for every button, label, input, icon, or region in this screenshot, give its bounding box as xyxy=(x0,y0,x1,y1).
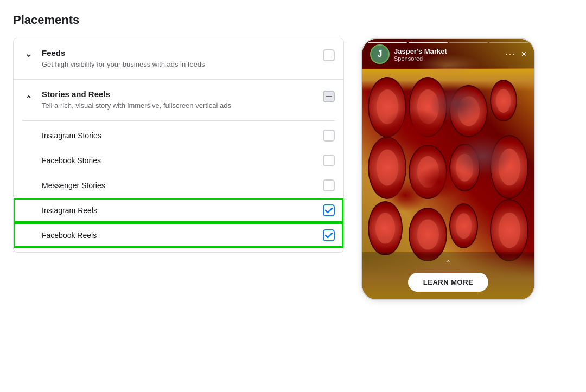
feeds-content: Feeds Get high visibility for your busin… xyxy=(42,48,316,69)
phone-sponsored: Sponsored xyxy=(394,55,505,62)
stories-reels-content: Stories and Reels Tell a rich, visual st… xyxy=(42,89,316,111)
facebook-reels-label: Facebook Reels xyxy=(42,231,316,240)
phone-bottom-bar: ⌃ LEARN MORE xyxy=(362,252,534,299)
feeds-toggle[interactable] xyxy=(22,49,35,62)
phone-inner: J Jasper's Market Sponsored ··· × xyxy=(362,39,534,299)
swipe-up-icon: ⌃ xyxy=(445,259,451,267)
stories-reels-checkbox-area xyxy=(323,91,335,102)
stories-reels-checkbox[interactable] xyxy=(323,91,335,102)
phone-frame: J Jasper's Market Sponsored ··· × xyxy=(361,38,535,300)
left-panel: Feeds Get high visibility for your busin… xyxy=(13,38,344,253)
sub-items-list: Instagram Stories Facebook Stories Messe… xyxy=(14,121,343,252)
messenger-stories-checkbox[interactable] xyxy=(323,179,335,191)
messenger-stories-label: Messenger Stories xyxy=(42,181,316,190)
progress-bar-4 xyxy=(489,42,528,43)
messenger-stories-item: Messenger Stories xyxy=(14,173,343,198)
progress-bar-2 xyxy=(409,42,448,43)
phone-top-bar: J Jasper's Market Sponsored ··· × xyxy=(362,39,534,68)
page-title: Placements xyxy=(13,13,573,27)
facebook-stories-checkbox[interactable] xyxy=(323,155,335,166)
progress-bars xyxy=(368,42,528,43)
feeds-checkbox[interactable] xyxy=(323,49,335,61)
stories-reels-title: Stories and Reels xyxy=(42,89,316,99)
instagram-reels-checkbox[interactable] xyxy=(323,204,335,216)
phone-username: Jasper's Market xyxy=(394,47,505,55)
facebook-stories-label: Facebook Stories xyxy=(42,156,316,165)
feeds-header: Feeds Get high visibility for your busin… xyxy=(14,38,343,79)
svg-rect-0 xyxy=(326,96,332,97)
progress-bar-1 xyxy=(368,42,407,43)
feeds-title: Feeds xyxy=(42,48,316,57)
stories-reels-toggle[interactable] xyxy=(22,91,35,104)
feeds-description: Get high visibility for your business wi… xyxy=(42,60,316,69)
phone-actions: ··· × xyxy=(505,49,526,59)
instagram-stories-item: Instagram Stories xyxy=(14,123,343,148)
facebook-reels-item: Facebook Reels xyxy=(14,223,343,248)
avatar: J xyxy=(370,44,390,64)
phone-mockup: J Jasper's Market Sponsored ··· × xyxy=(361,38,535,300)
main-layout: Feeds Get high visibility for your busin… xyxy=(13,38,573,300)
facebook-stories-item: Facebook Stories xyxy=(14,148,343,173)
phone-dots-icon[interactable]: ··· xyxy=(505,49,515,59)
cta-button[interactable]: LEARN MORE xyxy=(408,273,488,292)
instagram-reels-label: Instagram Reels xyxy=(42,206,316,215)
instagram-reels-item: Instagram Reels xyxy=(14,198,343,223)
instagram-stories-checkbox[interactable] xyxy=(323,130,335,142)
stories-reels-section: Stories and Reels Tell a rich, visual st… xyxy=(13,80,344,253)
stories-reels-description: Tell a rich, visual story with immersive… xyxy=(42,101,316,111)
phone-close-icon[interactable]: × xyxy=(521,49,526,59)
feeds-checkbox-area xyxy=(323,49,335,61)
phone-user-info: Jasper's Market Sponsored xyxy=(394,47,505,62)
instagram-stories-label: Instagram Stories xyxy=(42,131,316,140)
feeds-section: Feeds Get high visibility for your busin… xyxy=(13,38,344,80)
progress-bar-3 xyxy=(449,42,488,43)
stories-reels-header: Stories and Reels Tell a rich, visual st… xyxy=(14,80,343,120)
facebook-reels-checkbox[interactable] xyxy=(323,229,335,241)
